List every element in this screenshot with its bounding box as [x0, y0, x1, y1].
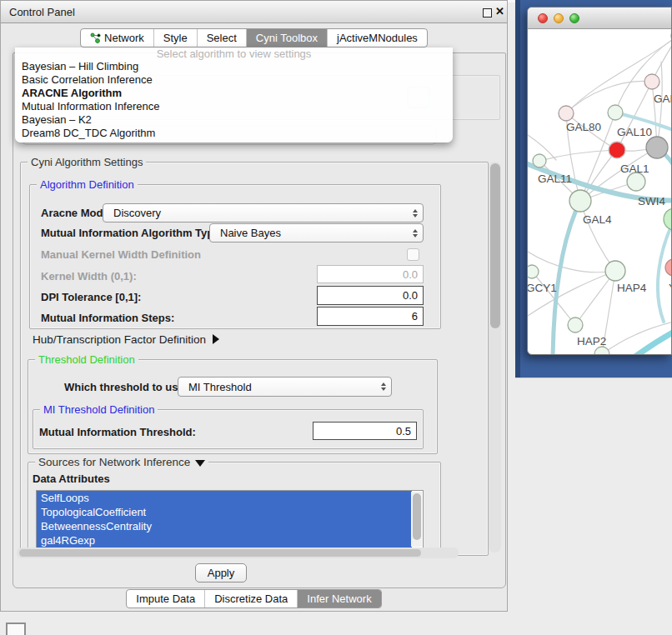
tab-network[interactable]: Network: [81, 29, 153, 47]
network-node[interactable]: [608, 105, 623, 120]
algorithm-option[interactable]: Bayesian – Hill Climbing: [15, 60, 453, 73]
node-label: GAL: [654, 92, 672, 105]
mi-threshold-definition-title: MI Threshold Definition: [40, 403, 158, 416]
cyni-algorithm-settings-group: Cyni Algorithm Settings Algorithm Defini…: [20, 162, 489, 556]
tab-jactivemnodules[interactable]: jActiveMNodules: [327, 29, 427, 47]
network-node[interactable]: [569, 190, 591, 212]
list-vertical-scrollbar[interactable]: [411, 492, 422, 547]
settings-vertical-scrollbar[interactable]: [489, 162, 501, 552]
mi-threshold-input[interactable]: [313, 422, 417, 440]
hub-definition-expander[interactable]: Hub/Transcription Factor Definition: [33, 333, 219, 346]
tab-infer-network[interactable]: Infer Network: [297, 590, 380, 608]
manual-kernel-width-label: Manual Kernel Width Definition: [41, 248, 201, 261]
network-node[interactable]: [644, 74, 659, 89]
float-window-icon[interactable]: [483, 8, 492, 18]
tab-infer-network-label: Infer Network: [307, 592, 371, 605]
network-canvas[interactable]: GALGAL80GAL10GAL1SWI4GAL11GAL4GCY1HAP4YH…: [528, 28, 672, 355]
which-threshold-value: MI Threshold: [188, 381, 252, 393]
node-label: GAL4: [583, 213, 612, 226]
tab-cyni-toolbox[interactable]: Cyni Toolbox: [246, 29, 327, 47]
scrollbar-thumb[interactable]: [19, 549, 421, 557]
scrollbar-thumb[interactable]: [490, 163, 500, 328]
close-icon[interactable]: ✕: [495, 5, 504, 18]
attribute-item-selected[interactable]: TopologicalCoefficient: [37, 505, 412, 519]
network-node[interactable]: [627, 172, 645, 191]
control-panel-titlebar: Control Panel: [1, 1, 507, 23]
attribute-item-selected[interactable]: SelfLoops: [37, 491, 412, 505]
dpi-tolerance-input[interactable]: [317, 286, 424, 305]
combo-stepper-icon: [381, 382, 386, 391]
control-panel-title: Control Panel: [9, 6, 75, 18]
aracne-mode-combo[interactable]: Discovery: [103, 203, 424, 222]
close-traffic-light-icon[interactable]: [538, 13, 548, 23]
table-panel: Table Panel ⚙ ✓✓ shared... name A YDL19.…: [515, 378, 672, 602]
node-label: GAL11: [538, 172, 572, 185]
kernel-width-label: Kernel Width (0,1):: [41, 270, 137, 282]
mi-steps-input[interactable]: [317, 307, 424, 326]
node-label: GAL1: [620, 162, 649, 175]
hub-definition-label: Hub/Transcription Factor Definition: [33, 333, 206, 346]
tab-discretize-data[interactable]: Discretize Data: [204, 590, 297, 608]
minimize-traffic-light-icon[interactable]: [554, 13, 564, 23]
attribute-item-selected[interactable]: BetweennessCentrality: [37, 519, 412, 533]
mi-steps-label: Mutual Information Steps:: [41, 312, 174, 324]
network-node[interactable]: [528, 265, 539, 278]
network-edge[interactable]: [528, 252, 615, 272]
tab-network-label: Network: [104, 32, 144, 44]
algorithm-definition-title: Algorithm Definition: [37, 178, 138, 191]
network-node[interactable]: [533, 154, 546, 168]
manual-kernel-width-checkbox[interactable]: [407, 248, 419, 261]
algorithm-option[interactable]: Dream8 DC_TDC Algorithm: [15, 127, 453, 140]
tab-impute-data-label: Impute Data: [136, 592, 195, 605]
combo-stepper-icon: [413, 209, 418, 218]
network-node[interactable]: [609, 142, 625, 158]
tab-style[interactable]: Style: [153, 29, 197, 47]
tab-select-label: Select: [207, 32, 237, 44]
node-label: HAP2: [577, 335, 606, 348]
minimized-panel-icon[interactable]: [6, 622, 26, 635]
algorithm-option[interactable]: ARACNE Algorithm: [15, 87, 453, 100]
tab-jactivemnodules-label: jActiveMNodules: [337, 32, 418, 44]
node-label: GAL80: [566, 121, 601, 133]
mi-algorithm-type-combo[interactable]: Naive Bayes: [209, 223, 424, 242]
network-node[interactable]: [568, 318, 583, 332]
network-window[interactable]: GALGAL80GAL10GAL1SWI4GAL11GAL4GCY1HAP4YH…: [527, 7, 672, 355]
expander-arrow-icon: [213, 334, 219, 344]
network-edge[interactable]: [539, 150, 617, 161]
tab-impute-data[interactable]: Impute Data: [127, 590, 204, 608]
node-label: GAL10: [617, 126, 652, 138]
data-attributes-list[interactable]: SelfLoopsTopologicalCoefficientBetweenne…: [36, 490, 424, 550]
bottom-tabbar: Impute Data Discretize Data Infer Networ…: [1, 589, 507, 608]
desktop-edge: [515, 0, 520, 378]
network-edge[interactable]: [580, 201, 615, 271]
node-label: GCY1: [528, 282, 557, 294]
which-threshold-combo[interactable]: MI Threshold: [178, 377, 392, 397]
network-node[interactable]: [594, 347, 609, 355]
sources-title: Sources for Network Inference: [38, 456, 190, 468]
scrollbar-thumb[interactable]: [413, 493, 421, 540]
network-node[interactable]: [605, 261, 625, 281]
network-node[interactable]: [646, 137, 668, 158]
network-node[interactable]: [665, 259, 672, 276]
apply-button[interactable]: Apply: [195, 563, 247, 582]
tab-select[interactable]: Select: [197, 29, 246, 47]
settings-horizontal-scrollbar[interactable]: [17, 548, 459, 558]
attribute-item-selected[interactable]: gal4RGexp: [37, 533, 412, 548]
tab-discretize-data-label: Discretize Data: [214, 592, 288, 605]
mi-threshold-label: Mutual Information Threshold:: [39, 426, 196, 438]
threshold-definition-title: Threshold Definition: [35, 353, 138, 366]
algorithm-option[interactable]: Basic Correlation Inference: [15, 73, 453, 87]
zoom-traffic-light-icon[interactable]: [569, 13, 579, 23]
which-threshold-label: Which threshold to use:: [64, 381, 188, 393]
algorithm-option[interactable]: Mutual Information Inference: [15, 100, 453, 113]
network-node[interactable]: [664, 208, 672, 230]
network-window-titlebar[interactable]: [528, 8, 671, 29]
sources-collapse-header[interactable]: Sources for Network Inference: [35, 456, 208, 468]
algorithm-option[interactable]: Bayesian – K2: [15, 113, 453, 127]
network-node[interactable]: [559, 106, 574, 121]
tab-cyni-toolbox-label: Cyni Toolbox: [256, 32, 318, 44]
algorithm-placeholder: Select algorithm to view settings: [15, 48, 453, 60]
tab-style-label: Style: [163, 32, 188, 44]
mi-algorithm-type-label: Mutual Information Algorithm Type:: [41, 227, 223, 239]
node-label: SWI4: [638, 195, 665, 208]
